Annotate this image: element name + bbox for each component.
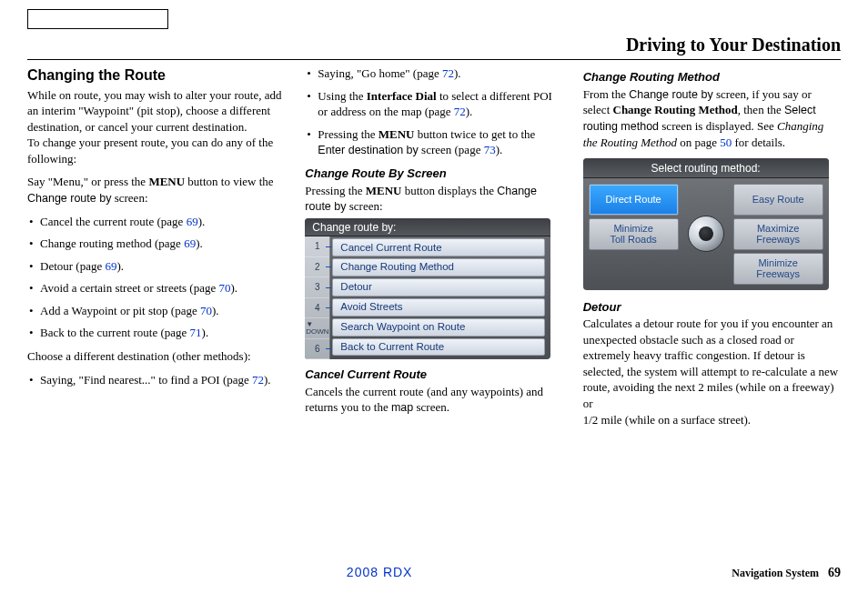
- cancel-route-para: Cancels the current route (and any waypo…: [305, 384, 562, 416]
- change-route-by-para: Pressing the MENU button displays the Ch…: [305, 183, 562, 216]
- list-item: Avoid a certain street or streets (page …: [27, 280, 285, 296]
- content-columns: Changing the Route While on route, you m…: [27, 65, 841, 435]
- screen2-max-fwy[interactable]: Maximize Freeways: [733, 218, 823, 250]
- screen1-down: ▼DOWN: [305, 318, 329, 339]
- footer-navsys: Navigation System: [732, 566, 819, 580]
- screen2-easy-route[interactable]: Easy Route: [733, 184, 823, 216]
- screen1-row[interactable]: Search Waypoint on Route: [332, 318, 545, 337]
- column-3: Change Routing Method From the Change ro…: [583, 65, 841, 435]
- footer-model: 2008 RDX: [27, 564, 732, 581]
- list-item: Pressing the MENU button twice to get to…: [305, 126, 562, 158]
- list-item: Cancel the current route (page 69).: [27, 214, 285, 230]
- column-2: Saying, "Go home" (page 72). Using the I…: [305, 65, 562, 435]
- screen1-row[interactable]: Cancel Current Route: [332, 238, 545, 256]
- list-item: Saying, "Find nearest..." to find a POI …: [27, 372, 285, 388]
- screen2-left: Direct Route Minimize Toll Roads: [583, 178, 684, 290]
- column-1: Changing the Route While on route, you m…: [27, 65, 285, 435]
- list-item: Saying, "Go home" (page 72).: [305, 65, 562, 82]
- list-item: Detour (page 69).: [27, 258, 285, 275]
- screen1-number-column: 1 2 3 4 ▼DOWN 6: [305, 236, 330, 359]
- menu-instruction: Say "Menu," or press the MENU button to …: [27, 174, 285, 206]
- other-methods-intro: Choose a different destination (other me…: [27, 348, 285, 365]
- other-methods-list: Saying, "Find nearest..." to find a POI …: [27, 372, 285, 388]
- heading-change-route-by: Change Route By Screen: [305, 166, 562, 182]
- screen1-num: 3: [305, 277, 329, 298]
- screen1-num: 2: [305, 257, 329, 278]
- route-options-list: Cancel the current route (page 69). Chan…: [27, 214, 285, 341]
- screen2-min-toll[interactable]: Minimize Toll Roads: [589, 218, 679, 250]
- header-rule: [27, 59, 841, 60]
- screen1-num: 4: [305, 298, 329, 319]
- list-item: Back to the current route (page 71).: [27, 325, 285, 341]
- intro-para: While on route, you may wish to alter yo…: [27, 87, 285, 167]
- screenshot-change-route-by: Change route by: 1 2 3 4 ▼DOWN 6 Cancel …: [305, 218, 550, 359]
- screen1-num: 1: [305, 236, 329, 257]
- heading-cancel-route: Cancel Current Route: [305, 367, 562, 383]
- screen1-row[interactable]: Detour: [332, 278, 545, 296]
- knob-icon[interactable]: [688, 216, 724, 252]
- screenshot-select-routing-method: Select routing method: Direct Route Mini…: [583, 158, 829, 290]
- screen1-list: Cancel Current Route Change Routing Meth…: [332, 238, 545, 356]
- heading-changing-route: Changing the Route: [27, 65, 285, 85]
- screen1-title: Change route by:: [305, 218, 550, 236]
- footer-page: 69: [828, 565, 841, 582]
- list-item: Change routing method (page 69).: [27, 236, 285, 252]
- screen1-row[interactable]: Back to Current Route: [332, 338, 545, 357]
- screen2-min-fwy[interactable]: Minimize Freeways: [733, 253, 823, 285]
- screen1-row[interactable]: Avoid Streets: [332, 298, 545, 317]
- list-item: Using the Interface Dial to select a dif…: [305, 88, 562, 120]
- screen1-row[interactable]: Change Routing Method: [332, 258, 545, 276]
- heading-change-routing-method: Change Routing Method: [583, 69, 841, 85]
- detour-para: Calculates a detour route for you if you…: [583, 316, 841, 427]
- heading-detour: Detour: [583, 299, 841, 316]
- list-item: Add a Waypoint or pit stop (page 70).: [27, 303, 285, 319]
- screen2-right: Easy Route Maximize Freeways Minimize Fr…: [728, 178, 829, 290]
- other-methods-list-cont: Saying, "Go home" (page 72). Using the I…: [305, 65, 562, 158]
- screen1-num: 6: [305, 339, 329, 360]
- screen2-direct-route[interactable]: Direct Route: [589, 184, 679, 216]
- screen2-title: Select routing method:: [583, 158, 829, 178]
- change-routing-method-para: From the Change route by screen, if you …: [583, 86, 841, 151]
- header-box: [27, 9, 168, 29]
- page-footer: 2008 RDX Navigation System 69: [27, 564, 841, 582]
- screen2-knob: [684, 178, 728, 290]
- page-title: Driving to Your Destination: [27, 33, 841, 57]
